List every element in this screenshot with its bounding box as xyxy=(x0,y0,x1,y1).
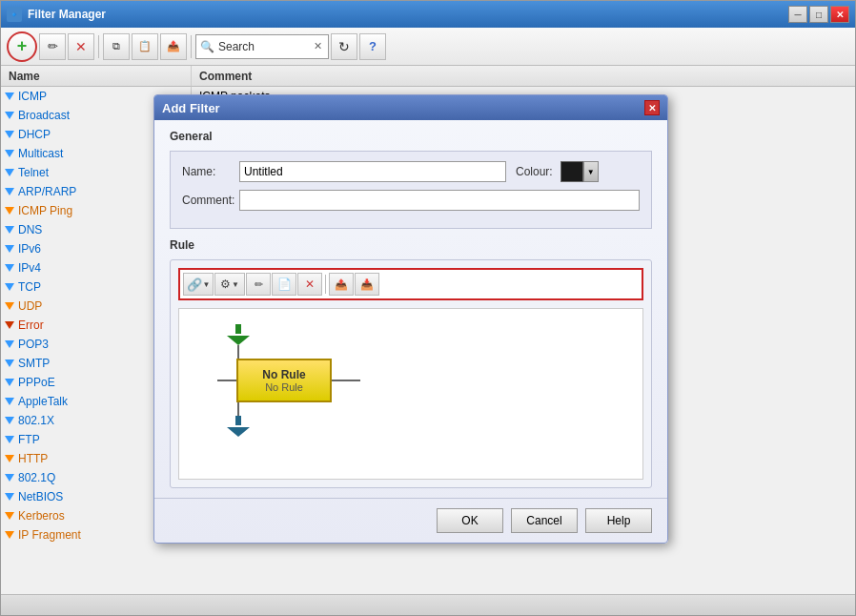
filter-icon xyxy=(5,150,14,157)
import-rule-button[interactable]: 📥 xyxy=(355,273,379,296)
dialog-close-button[interactable]: ✕ xyxy=(644,100,660,115)
filter-name: 802.1X xyxy=(18,414,54,427)
copy-icon: ⧉ xyxy=(112,40,120,52)
edit-rule-button[interactable]: ✏ xyxy=(246,273,271,296)
cancel-button[interactable]: Cancel xyxy=(511,508,578,533)
comment-input[interactable] xyxy=(239,190,640,211)
export-rule-icon: 📤 xyxy=(335,278,348,291)
name-column-header: Name xyxy=(1,66,192,87)
filter-icon xyxy=(5,207,14,215)
search-clear-button[interactable]: ✕ xyxy=(314,40,322,52)
filter-name: TCP xyxy=(18,280,41,294)
filter-icon xyxy=(5,359,14,367)
flow-line-1 xyxy=(237,345,239,359)
help-button[interactable]: Help xyxy=(585,508,652,533)
paste-button[interactable]: 📋 xyxy=(132,33,158,60)
filter-icon xyxy=(5,245,14,253)
filter-icon xyxy=(5,512,14,520)
colour-label: Colour: xyxy=(516,165,553,178)
filter-name: Multicast xyxy=(18,147,63,160)
refresh-button[interactable]: ↻ xyxy=(331,33,357,60)
no-rule-title: No Rule xyxy=(262,368,305,381)
add-filter-button[interactable]: + xyxy=(7,31,37,62)
help-icon: ? xyxy=(369,39,377,53)
export-icon: 📤 xyxy=(167,40,180,52)
colour-swatch[interactable] xyxy=(560,161,583,182)
filter-name: NetBIOS xyxy=(18,490,63,503)
delete-button[interactable]: ✕ xyxy=(68,33,94,60)
filter-icon xyxy=(5,474,14,482)
colour-group: Colour: ▼ xyxy=(516,161,599,182)
window-title: Filter Manager xyxy=(28,8,788,21)
delete-rule-button[interactable]: ✕ xyxy=(297,273,322,296)
filter-name: DNS xyxy=(18,223,42,236)
name-input[interactable] xyxy=(239,161,506,182)
delete-rule-icon: ✕ xyxy=(305,277,315,291)
filter-name: UDP xyxy=(18,299,42,313)
minimize-button[interactable]: ─ xyxy=(788,6,807,23)
add-rule-button[interactable]: 🔗 ▼ xyxy=(183,273,214,296)
filter-name: ICMP xyxy=(18,90,47,103)
no-rule-subtitle: No Rule xyxy=(265,381,303,393)
edit-icon: ✏ xyxy=(48,39,58,53)
status-bar xyxy=(1,594,855,615)
clear-rule-button[interactable]: 📄 xyxy=(272,273,296,296)
colour-dropdown-button[interactable]: ▼ xyxy=(583,161,599,182)
add-condition-icon: ⚙ xyxy=(220,277,231,291)
filter-icon xyxy=(5,340,14,348)
close-button[interactable]: ✕ xyxy=(830,6,849,23)
end-funnel-icon xyxy=(227,416,250,437)
add-rule-icon: 🔗 xyxy=(187,277,202,292)
flow-end xyxy=(227,416,250,437)
filter-name: Kerberos xyxy=(18,509,65,523)
filter-icon xyxy=(5,436,14,443)
help-toolbar-button[interactable]: ? xyxy=(359,33,386,60)
ok-button[interactable]: OK xyxy=(437,508,503,533)
filter-name: Telnet xyxy=(18,166,49,179)
edit-button[interactable]: ✏ xyxy=(39,33,66,60)
filter-name: Broadcast xyxy=(18,109,70,122)
export-rule-button[interactable]: 📤 xyxy=(329,273,354,296)
paste-icon: 📋 xyxy=(138,40,152,52)
comment-column-header: Comment xyxy=(192,66,855,87)
filter-icon xyxy=(5,417,14,424)
filter-icon xyxy=(5,321,14,329)
maximize-button[interactable]: □ xyxy=(809,6,828,23)
clear-rule-icon: 📄 xyxy=(277,277,292,291)
filter-name: PPPoE xyxy=(18,376,55,389)
add-condition-dropdown-arrow: ▼ xyxy=(232,280,239,289)
filter-icon xyxy=(5,302,14,310)
search-input[interactable] xyxy=(218,40,314,53)
add-condition-button[interactable]: ⚙ ▼ xyxy=(214,273,245,296)
refresh-icon: ↻ xyxy=(338,39,350,54)
separator-1 xyxy=(98,35,99,58)
dialog-footer: OK Cancel Help xyxy=(154,498,667,543)
copy-button[interactable]: ⧉ xyxy=(103,33,130,60)
filter-name: FTP xyxy=(18,433,40,446)
dialog-body: General Name: Colour: ▼ Comme xyxy=(154,120,667,498)
comment-row: Comment: xyxy=(182,190,640,211)
filter-icon xyxy=(5,455,14,462)
arrow-out xyxy=(332,380,360,381)
flow-start xyxy=(227,324,250,345)
title-bar: 🔹 Filter Manager ─ □ ✕ xyxy=(1,1,855,28)
rule-separator xyxy=(325,275,326,294)
filter-icon xyxy=(5,493,14,501)
filter-name: HTTP xyxy=(18,452,48,465)
export-button[interactable]: 📤 xyxy=(160,33,187,60)
filter-icon xyxy=(5,112,14,119)
filter-name: 802.1Q xyxy=(18,471,55,484)
filter-name: POP3 xyxy=(18,338,49,351)
separator-2 xyxy=(191,35,192,58)
filter-name: DHCP xyxy=(18,128,51,141)
no-rule-node[interactable]: No Rule No Rule xyxy=(236,359,332,402)
rule-section: 🔗 ▼ ⚙ ▼ ✏ 📄 xyxy=(170,259,652,488)
search-box[interactable]: 🔍 ✕ xyxy=(195,34,329,59)
flow-node-row: No Rule No Rule xyxy=(217,359,360,402)
filter-name: ICMP Ping xyxy=(18,204,72,217)
search-icon: 🔍 xyxy=(200,40,214,53)
filter-name: SMTP xyxy=(18,357,50,370)
toolbar: + ✏ ✕ ⧉ 📋 📤 🔍 ✕ ↻ ? xyxy=(1,28,855,66)
name-col-label: Name xyxy=(9,70,40,83)
filter-name: ARP/RARP xyxy=(18,185,76,198)
